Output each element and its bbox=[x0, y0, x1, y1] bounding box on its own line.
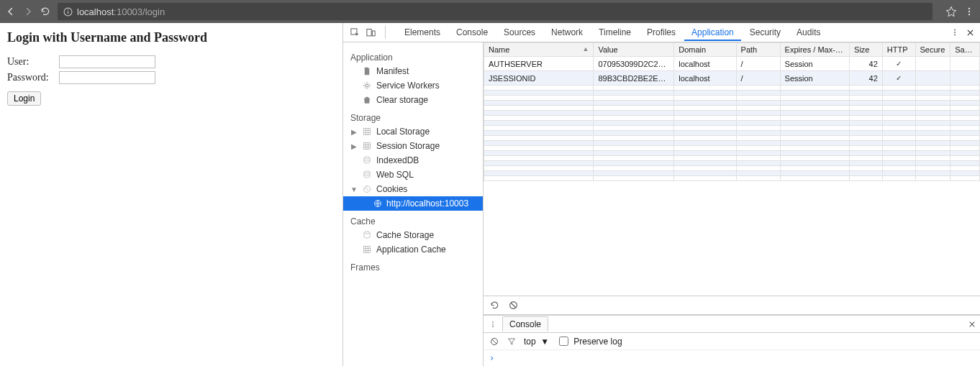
table-row bbox=[484, 91, 980, 96]
user-label: User: bbox=[7, 56, 59, 68]
table-row[interactable]: JSESSIONID89B3CBD2BE2E…localhost/Session… bbox=[484, 71, 980, 86]
sidebar-section-storage: Storage bbox=[343, 111, 483, 124]
table-row bbox=[484, 161, 980, 166]
refresh-icon[interactable] bbox=[489, 301, 499, 311]
filter-icon[interactable] bbox=[507, 337, 517, 347]
table-row bbox=[484, 146, 980, 151]
devtools: ElementsConsoleSourcesNetworkTimelinePro… bbox=[342, 23, 980, 366]
user-input[interactable] bbox=[59, 55, 155, 68]
table-row bbox=[484, 151, 980, 156]
tab-elements[interactable]: Elements bbox=[397, 24, 448, 41]
login-button[interactable]: Login bbox=[7, 91, 41, 106]
svg-point-19 bbox=[367, 189, 368, 190]
svg-point-15 bbox=[364, 157, 370, 159]
sidebar-item-application-cache[interactable]: Application Cache bbox=[343, 242, 483, 257]
sidebar-section-cache: Cache bbox=[343, 215, 483, 228]
browser-toolbar: localhost:10003/login bbox=[0, 0, 980, 23]
context-selector[interactable]: top ▼ bbox=[524, 337, 549, 347]
svg-rect-13 bbox=[364, 129, 371, 135]
table-row bbox=[484, 156, 980, 161]
svg-rect-2 bbox=[68, 9, 68, 10]
grid-icon bbox=[362, 141, 372, 151]
col-domain[interactable]: Domain bbox=[674, 43, 736, 57]
sidebar-item-service-workers[interactable]: Service Workers bbox=[343, 78, 483, 93]
col-name[interactable]: Name bbox=[484, 43, 594, 57]
close-icon[interactable] bbox=[968, 321, 976, 328]
col-path[interactable]: Path bbox=[736, 43, 780, 57]
tab-security[interactable]: Security bbox=[743, 24, 788, 41]
cookies-toolbar bbox=[484, 296, 980, 315]
device-icon[interactable] bbox=[365, 27, 376, 38]
info-icon bbox=[63, 7, 73, 17]
sidebar-item-websql[interactable]: Web SQL bbox=[343, 168, 483, 182]
tab-application[interactable]: Application bbox=[684, 24, 741, 41]
console-drawer: Console top ▼ Preserve log › bbox=[484, 315, 980, 366]
console-prompt[interactable]: › bbox=[484, 350, 980, 366]
tab-network[interactable]: Network bbox=[544, 24, 590, 41]
console-tab[interactable]: Console bbox=[502, 316, 548, 331]
forward-icon[interactable] bbox=[23, 6, 33, 17]
svg-point-12 bbox=[366, 84, 368, 87]
svg-point-3 bbox=[968, 8, 970, 9]
globe-icon bbox=[373, 199, 382, 208]
svg-rect-8 bbox=[372, 31, 375, 36]
table-row bbox=[484, 121, 980, 126]
cookies-table: NameValueDomainPathExpires / Max-AgeSize… bbox=[484, 42, 980, 296]
tab-timeline[interactable]: Timeline bbox=[591, 24, 638, 41]
page-content: Login with Username and Password User: P… bbox=[0, 23, 342, 366]
col-secure[interactable]: Secure bbox=[915, 43, 950, 57]
svg-point-9 bbox=[954, 29, 956, 31]
sidebar-item-cache-storage[interactable]: Cache Storage bbox=[343, 228, 483, 242]
col-samesite[interactable]: SameSite bbox=[950, 43, 980, 57]
col-value[interactable]: Value bbox=[594, 43, 674, 57]
svg-point-26 bbox=[492, 324, 494, 325]
svg-rect-14 bbox=[364, 143, 371, 150]
table-row bbox=[484, 101, 980, 106]
reload-icon[interactable] bbox=[40, 6, 50, 17]
sidebar-item-cookies[interactable]: ▼ Cookies bbox=[343, 182, 483, 196]
table-row bbox=[484, 176, 980, 181]
sidebar-item-cookie-origin[interactable]: http://localhost:10003 bbox=[343, 196, 483, 211]
sidebar-section-frames: Frames bbox=[343, 261, 483, 274]
col-size[interactable]: Size bbox=[850, 43, 883, 57]
chevron-right-icon: ▶ bbox=[350, 142, 358, 150]
inspect-icon[interactable] bbox=[349, 27, 360, 38]
tab-console[interactable]: Console bbox=[449, 24, 495, 41]
tab-profiles[interactable]: Profiles bbox=[640, 24, 683, 41]
password-input[interactable] bbox=[59, 71, 155, 84]
table-row bbox=[484, 111, 980, 116]
tab-audits[interactable]: Audits bbox=[789, 24, 827, 41]
sidebar-item-indexeddb[interactable]: IndexedDB bbox=[343, 153, 483, 168]
sidebar-item-manifest[interactable]: Manifest bbox=[343, 64, 483, 78]
drawer-kebab-icon[interactable] bbox=[488, 320, 498, 329]
col-expires-max-age[interactable]: Expires / Max-Age bbox=[780, 43, 850, 57]
block-icon[interactable] bbox=[489, 337, 499, 347]
password-label: Password: bbox=[7, 72, 59, 83]
col-http[interactable]: HTTP bbox=[882, 43, 915, 57]
table-row bbox=[484, 136, 980, 141]
star-icon[interactable] bbox=[945, 6, 957, 17]
svg-point-10 bbox=[954, 32, 956, 33]
application-sidebar: Application Manifest Service Workers Cle… bbox=[343, 42, 484, 366]
menu-icon[interactable] bbox=[964, 6, 974, 17]
svg-point-22 bbox=[364, 232, 370, 234]
database-icon bbox=[362, 170, 372, 180]
preserve-log-checkbox[interactable]: Preserve log bbox=[556, 334, 622, 348]
devtools-kebab-icon[interactable] bbox=[950, 28, 959, 37]
tab-sources[interactable]: Sources bbox=[496, 24, 543, 41]
table-row[interactable]: AUTHSERVER070953099D2C2…localhost/Sessio… bbox=[484, 57, 980, 71]
sidebar-item-clear-storage[interactable]: Clear storage bbox=[343, 93, 483, 107]
back-icon[interactable] bbox=[6, 6, 16, 17]
table-row bbox=[484, 166, 980, 171]
devtools-tabbar: ElementsConsoleSourcesNetworkTimelinePro… bbox=[343, 23, 980, 42]
block-icon[interactable] bbox=[508, 301, 518, 311]
svg-point-5 bbox=[968, 14, 970, 15]
close-icon[interactable] bbox=[966, 29, 974, 37]
database-icon bbox=[362, 155, 372, 165]
sidebar-item-session-storage[interactable]: ▶ Session Storage bbox=[343, 139, 483, 153]
sidebar-item-local-storage[interactable]: ▶ Local Storage bbox=[343, 124, 483, 139]
chevron-down-icon: ▼ bbox=[350, 186, 358, 193]
svg-point-16 bbox=[364, 171, 370, 173]
address-bar[interactable]: localhost:10003/login bbox=[58, 3, 933, 20]
table-row bbox=[484, 141, 980, 146]
